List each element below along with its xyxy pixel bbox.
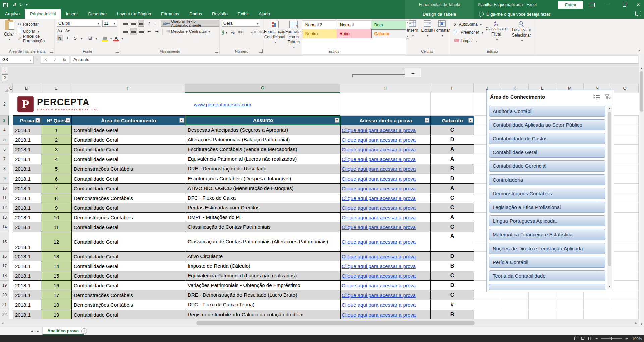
cell-area[interactable]: Contabilidade Geral <box>72 125 185 135</box>
slicer-item[interactable]: Contabilidade de Custos <box>489 133 605 144</box>
tab-ajuda[interactable]: Ajuda <box>254 9 275 19</box>
row-header-5[interactable]: 5 <box>0 135 9 145</box>
next-sheet-icon[interactable]: ▸ <box>37 329 39 333</box>
slicer-item[interactable]: Legislação e Ética Profissional <box>489 202 605 213</box>
column-header-H[interactable]: H <box>340 84 430 93</box>
close-button[interactable]: ✕ <box>633 0 644 9</box>
cell-gabarito[interactable]: B <box>431 164 474 174</box>
cell-area[interactable]: Contabilidade Geral <box>72 135 185 144</box>
row-header-3[interactable]: 3 <box>0 116 9 125</box>
autosum-button[interactable]: ΣAutoSoma <box>453 21 484 28</box>
filter-dropdown-icon[interactable] <box>335 118 339 123</box>
cell-area[interactable]: Contabilidade Geral <box>72 261 185 271</box>
cell-gabarito[interactable]: C <box>431 203 474 212</box>
prova-link[interactable]: Clique aqui para acessar a prova <box>342 166 416 172</box>
cell-assunto[interactable]: DRE - Demonstração do Resultado (Lucro B… <box>185 290 341 300</box>
cell-questao[interactable]: 2 <box>41 135 72 144</box>
cell-questao[interactable]: 4 <box>41 154 72 164</box>
name-box[interactable]: G3 <box>0 56 34 64</box>
scroll-left-icon[interactable]: ◂ <box>2 321 3 325</box>
slicer-item[interactable]: Língua Portuguesa Aplicada. <box>489 215 605 226</box>
column-header-E[interactable]: E <box>41 84 71 93</box>
dialog-launcher-icon[interactable] <box>50 49 53 53</box>
slicer-item[interactable]: Matemática Financeira e Estatística <box>489 229 605 240</box>
slicer-item-partial[interactable] <box>489 284 605 290</box>
row-header-17[interactable]: 17 <box>0 261 9 271</box>
cell-gabarito[interactable]: C <box>431 290 474 300</box>
font-family-combobox[interactable]: Calibri <box>57 20 101 27</box>
prova-link[interactable]: Clique aqui para acessar a prova <box>342 312 416 318</box>
align-middle-button[interactable] <box>130 20 137 27</box>
accounting-format-icon[interactable]: $ <box>222 30 224 35</box>
cell-prova[interactable]: 2018.1 <box>13 300 41 310</box>
format-cells-button[interactable]: Formatar <box>435 20 449 47</box>
increase-indent-button[interactable]: ⇥ <box>154 28 160 35</box>
normal-view-icon[interactable] <box>574 337 578 340</box>
cell-prova[interactable]: 2018.1 <box>13 184 41 193</box>
prova-link[interactable]: Clique aqui para acessar a prova <box>342 292 416 298</box>
cell-prova[interactable]: 2018.1 <box>13 164 41 174</box>
redo-button[interactable]: ↻▾ <box>19 2 21 8</box>
prova-link[interactable]: Clique aqui para acessar a prova <box>342 176 416 182</box>
cell-gabarito[interactable]: B <box>431 261 474 271</box>
scroll-down-icon[interactable]: ▼ <box>607 284 612 289</box>
sort-filter-button[interactable]: AZ▼ Classificar e Filtrar <box>484 19 509 48</box>
tab-desenhar[interactable]: Desenhar <box>83 9 112 19</box>
cell-gabarito[interactable]: A <box>431 232 474 251</box>
prova-link[interactable]: Clique aqui para acessar a prova <box>342 224 416 230</box>
cell-prova[interactable]: 2018.1 <box>13 174 41 183</box>
tab-página-inicial[interactable]: Página Inicial <box>25 9 61 19</box>
cell-assunto[interactable]: Classificação de Contas Patrimoniais (Al… <box>185 232 341 251</box>
cell-questao[interactable]: 12 <box>41 232 72 251</box>
tab-arquivo[interactable]: Arquivo <box>0 9 25 19</box>
enter-icon[interactable]: ✓ <box>53 57 57 62</box>
sheet-tab-analitico-prova[interactable]: Analítico prova <box>42 327 84 335</box>
slicer-item[interactable]: Contabilidade Aplicada ao Setor Público <box>489 119 605 130</box>
page-break-view-icon[interactable] <box>588 337 592 340</box>
cell-gabarito[interactable]: A <box>431 145 474 154</box>
tab-revisão[interactable]: Revisão <box>207 9 233 19</box>
row-header-2[interactable]: 2 <box>0 93 9 116</box>
cell-assunto[interactable]: Registro de Imobilizado Cálculo da cotaç… <box>185 310 341 319</box>
cell-questao[interactable]: 13 <box>41 252 72 261</box>
cell-gabarito[interactable]: D <box>431 135 474 144</box>
row-header-13[interactable]: 13 <box>0 213 9 222</box>
cell-area[interactable]: Demonstrações Contábeis <box>72 193 185 203</box>
zoom-slider[interactable] <box>601 338 622 339</box>
cell-prova[interactable]: 2018.1 <box>13 310 41 319</box>
percent-button[interactable]: % <box>229 29 236 36</box>
cell-questao[interactable]: 5 <box>41 164 72 174</box>
decrease-indent-button[interactable]: ⇤ <box>146 28 152 35</box>
cell-gabarito[interactable]: C <box>431 222 474 232</box>
scroll-up-icon[interactable]: ▲ <box>607 106 612 111</box>
cell-assunto[interactable]: DFC - Fluxo de Caixa (Teoria) <box>185 300 341 310</box>
tab-inserir[interactable]: Inserir <box>61 9 83 19</box>
cell-gabarito[interactable]: A <box>431 154 474 164</box>
restore-button[interactable] <box>619 0 630 9</box>
outline-level-1-button[interactable]: 1 <box>2 67 8 73</box>
paste-button[interactable]: Colar <box>2 20 16 45</box>
cell-questao[interactable]: 10 <box>41 213 72 222</box>
style-normal-2[interactable]: Normal 2 <box>302 21 337 29</box>
cell-area[interactable]: Contabilidade Geral <box>72 281 185 290</box>
cell-questao[interactable]: 7 <box>41 184 72 193</box>
conditional-formatting-button[interactable]: Formatação Condicional <box>264 19 285 50</box>
cell-questao[interactable]: 17 <box>41 290 72 300</box>
cell-area[interactable]: Demonstrações Contábeis <box>72 213 185 222</box>
collapse-ribbon-icon[interactable]: ▲ <box>638 49 641 52</box>
align-top-button[interactable] <box>122 20 129 27</box>
prova-link[interactable]: Clique aqui para acessar a prova <box>342 239 416 245</box>
cell-assunto[interactable]: Ativo Circulante <box>185 252 341 261</box>
borders-button[interactable]: ⊞ <box>87 35 93 41</box>
row-header-15[interactable]: 15 <box>0 232 9 252</box>
underline-button[interactable]: S <box>72 35 78 41</box>
scroll-up-icon[interactable]: ▲ <box>639 65 644 71</box>
dialog-launcher-icon[interactable] <box>259 49 263 53</box>
slicer-item[interactable]: Noções de Direito e Legislação Aplicada <box>489 243 605 254</box>
prova-link[interactable]: Clique aqui para acessar a prova <box>342 263 416 269</box>
cell-questao[interactable]: 15 <box>41 271 72 280</box>
prova-link[interactable]: Clique aqui para acessar a prova <box>342 215 416 220</box>
page-layout-view-icon[interactable] <box>581 337 585 340</box>
row-header-7[interactable]: 7 <box>0 154 9 164</box>
filter-dropdown-icon[interactable] <box>66 118 70 123</box>
